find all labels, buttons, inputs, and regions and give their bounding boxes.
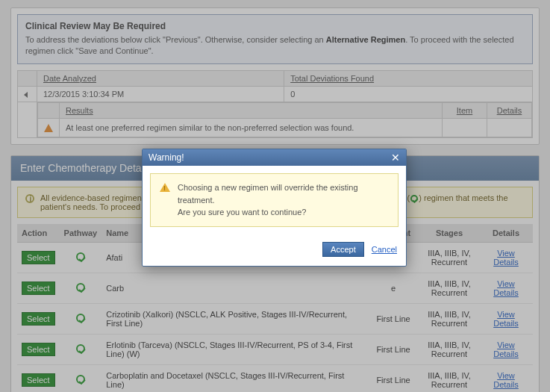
warning-icon: [160, 183, 170, 192]
info-icon: [25, 194, 34, 203]
pathway-check-icon: [76, 314, 85, 323]
stages: IIIA, IIIB, IV, Recurrent: [419, 243, 479, 273]
regimen-name: Crizotinib (Xalkori) (NSCLC, ALK Positiv…: [101, 304, 367, 335]
view-details-link[interactable]: View Details: [493, 310, 519, 328]
view-details-link[interactable]: View Details: [493, 249, 519, 267]
warning-icon: [44, 124, 53, 132]
view-details-link[interactable]: View Details: [493, 340, 519, 358]
select-button[interactable]: Select: [22, 251, 55, 264]
regimen-name: Erlotinib (Tarceva) (NSCLC, Stages III-I…: [101, 335, 367, 365]
segment: First Line: [367, 365, 419, 392]
segment: First Line: [367, 335, 419, 365]
chevron-left-icon: [24, 92, 28, 98]
pathway-check-icon: [410, 195, 418, 202]
dialog-message: Choosing a new regimen will override the…: [150, 173, 399, 227]
col-results: Results: [60, 102, 443, 118]
dialog-title: Warning!: [149, 152, 184, 163]
stages: IIIA, IIIB, IV, Recurrent: [419, 365, 479, 392]
stages: IIIA, IIIB, IV, Recurrent: [419, 304, 479, 335]
col-details: Details: [487, 102, 532, 118]
results-text: At least one preferred regimen similar t…: [60, 118, 443, 137]
clinical-review-notice: Clinical Review May Be Required To addre…: [17, 14, 533, 64]
view-details-link[interactable]: View Details: [493, 279, 519, 297]
accept-button[interactable]: Accept: [322, 242, 364, 257]
table-row: Select Carboplatin and Docetaxel (NSCLC,…: [17, 365, 533, 392]
col-date-analyzed: Date Analyzed: [37, 70, 284, 86]
close-icon[interactable]: ✕: [391, 152, 400, 163]
segment: e: [367, 273, 419, 304]
select-button[interactable]: Select: [22, 373, 55, 387]
pathway-check-icon: [76, 252, 85, 261]
table-row: Select Carb e IIIA, IIIB, IV, Recurrent …: [17, 273, 533, 304]
view-details-link[interactable]: View Details: [493, 371, 519, 389]
date-analyzed-value: 12/3/2015 3:10:34 PM: [37, 86, 284, 102]
pathway-check-icon: [76, 283, 85, 292]
deviations-value: 0: [284, 86, 533, 102]
col-details: Details: [479, 224, 533, 243]
segment: First Line: [367, 304, 419, 335]
table-row: Select Erlotinib (Tarceva) (NSCLC, Stage…: [17, 335, 533, 365]
clinical-review-title: Clinical Review May Be Required: [25, 21, 525, 31]
select-button[interactable]: Select: [22, 343, 55, 356]
regimen-name: Carboplatin and Docetaxel (NSCLC, Stages…: [101, 365, 367, 392]
col-stages: Stages: [419, 224, 479, 243]
warning-dialog: Warning! ✕ Choosing a new regimen will o…: [142, 149, 407, 267]
table-row: Select Crizotinib (Xalkori) (NSCLC, ALK …: [17, 304, 533, 335]
clinical-review-body: To address the deviations below click "P…: [25, 34, 525, 57]
dialog-titlebar[interactable]: Warning! ✕: [143, 149, 406, 166]
col-action: Action: [17, 224, 60, 243]
pathway-check-icon: [76, 375, 85, 384]
stages: IIIA, IIIB, IV, Recurrent: [419, 273, 479, 304]
stages: IIIA, IIIB, IV, Recurrent: [419, 335, 479, 365]
select-button[interactable]: Select: [22, 281, 55, 295]
col-item: Item: [443, 102, 487, 118]
col-deviations: Total Deviations Found: [284, 70, 533, 86]
col-pathway: Pathway: [60, 224, 102, 243]
pathway-check-icon: [76, 344, 85, 353]
deviations-table: Date Analyzed Total Deviations Found 12/…: [17, 70, 533, 139]
clinical-review-card: Clinical Review May Be Required To addre…: [10, 7, 540, 145]
results-subtable: Results Item Details At least one prefer…: [37, 102, 532, 138]
select-button[interactable]: Select: [22, 312, 55, 326]
regimen-name: Carb: [101, 273, 367, 304]
cancel-link[interactable]: Cancel: [372, 245, 397, 254]
row-expand-toggle[interactable]: [18, 86, 37, 102]
